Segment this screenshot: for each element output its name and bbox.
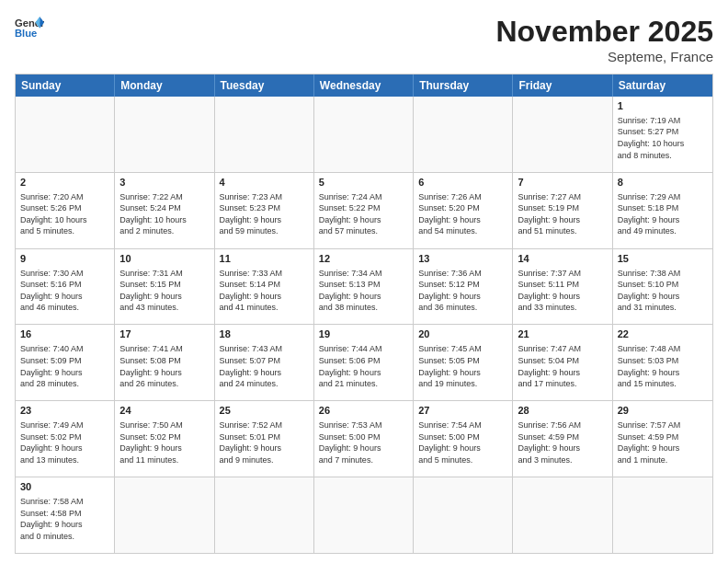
- calendar-cell: 21Sunrise: 7:47 AM Sunset: 5:04 PM Dayli…: [513, 325, 612, 400]
- calendar-cell: [215, 97, 314, 172]
- calendar-cell: 25Sunrise: 7:52 AM Sunset: 5:01 PM Dayli…: [215, 401, 314, 477]
- day-info: Sunrise: 7:50 AM Sunset: 5:02 PM Dayligh…: [119, 419, 209, 465]
- day-info: Sunrise: 7:36 AM Sunset: 5:12 PM Dayligh…: [418, 268, 507, 314]
- calendar-row-4: 23Sunrise: 7:49 AM Sunset: 5:02 PM Dayli…: [16, 400, 712, 477]
- calendar-cell: 3Sunrise: 7:22 AM Sunset: 5:24 PM Daylig…: [115, 173, 214, 248]
- day-number: 28: [518, 404, 607, 418]
- logo: General Blue: [15, 15, 44, 40]
- day-number: 11: [220, 252, 309, 266]
- calendar-cell: 19Sunrise: 7:44 AM Sunset: 5:06 PM Dayli…: [314, 325, 414, 400]
- day-info: Sunrise: 7:26 AM Sunset: 5:20 PM Dayligh…: [418, 191, 507, 237]
- calendar-cell: 5Sunrise: 7:24 AM Sunset: 5:22 PM Daylig…: [314, 173, 414, 248]
- day-info: Sunrise: 7:31 AM Sunset: 5:15 PM Dayligh…: [119, 268, 209, 314]
- calendar-cell: 8Sunrise: 7:29 AM Sunset: 5:18 PM Daylig…: [613, 173, 712, 248]
- day-info: Sunrise: 7:20 AM Sunset: 5:26 PM Dayligh…: [20, 191, 109, 237]
- day-info: Sunrise: 7:45 AM Sunset: 5:05 PM Dayligh…: [418, 343, 507, 389]
- calendar-cell: [513, 97, 612, 172]
- day-info: Sunrise: 7:22 AM Sunset: 5:24 PM Dayligh…: [119, 191, 209, 237]
- day-number: 23: [20, 404, 109, 418]
- day-number: 2: [20, 176, 109, 190]
- day-number: 26: [319, 404, 408, 418]
- calendar-header: Sunday Monday Tuesday Wednesday Thursday…: [16, 75, 712, 97]
- day-info: Sunrise: 7:48 AM Sunset: 5:03 PM Dayligh…: [618, 343, 708, 389]
- calendar-cell: 20Sunrise: 7:45 AM Sunset: 5:05 PM Dayli…: [414, 325, 513, 400]
- day-number: 1: [618, 99, 708, 113]
- calendar-cell: [314, 477, 414, 553]
- day-info: Sunrise: 7:49 AM Sunset: 5:02 PM Dayligh…: [20, 419, 109, 465]
- day-number: 13: [418, 252, 507, 266]
- svg-text:Blue: Blue: [15, 28, 37, 39]
- header-thursday: Thursday: [414, 75, 513, 97]
- day-number: 14: [518, 252, 607, 266]
- day-info: Sunrise: 7:52 AM Sunset: 5:01 PM Dayligh…: [220, 419, 309, 465]
- calendar-cell: [314, 97, 414, 172]
- day-number: 21: [518, 327, 607, 341]
- day-info: Sunrise: 7:37 AM Sunset: 5:11 PM Dayligh…: [518, 268, 607, 314]
- day-info: Sunrise: 7:56 AM Sunset: 4:59 PM Dayligh…: [518, 419, 607, 465]
- calendar-cell: 24Sunrise: 7:50 AM Sunset: 5:02 PM Dayli…: [115, 401, 214, 477]
- calendar-cell: 23Sunrise: 7:49 AM Sunset: 5:02 PM Dayli…: [16, 401, 115, 477]
- day-number: 20: [418, 327, 507, 341]
- day-number: 27: [418, 404, 507, 418]
- calendar-cell: 12Sunrise: 7:34 AM Sunset: 5:13 PM Dayli…: [314, 249, 414, 325]
- calendar-cell: 18Sunrise: 7:43 AM Sunset: 5:07 PM Dayli…: [215, 325, 314, 400]
- calendar-cell: [115, 477, 214, 553]
- calendar-cell: [414, 97, 513, 172]
- day-number: 29: [618, 404, 708, 418]
- calendar-cell: [215, 477, 314, 553]
- header-sunday: Sunday: [16, 75, 115, 97]
- day-info: Sunrise: 7:38 AM Sunset: 5:10 PM Dayligh…: [618, 268, 708, 314]
- calendar-row-0: 1Sunrise: 7:19 AM Sunset: 5:27 PM Daylig…: [16, 97, 712, 172]
- day-number: 16: [20, 327, 109, 341]
- day-info: Sunrise: 7:40 AM Sunset: 5:09 PM Dayligh…: [20, 343, 109, 389]
- day-info: Sunrise: 7:43 AM Sunset: 5:07 PM Dayligh…: [220, 343, 309, 389]
- day-number: 5: [319, 176, 408, 190]
- day-info: Sunrise: 7:33 AM Sunset: 5:14 PM Dayligh…: [220, 268, 309, 314]
- calendar-cell: 16Sunrise: 7:40 AM Sunset: 5:09 PM Dayli…: [16, 325, 115, 400]
- day-info: Sunrise: 7:53 AM Sunset: 5:00 PM Dayligh…: [319, 419, 408, 465]
- day-info: Sunrise: 7:34 AM Sunset: 5:13 PM Dayligh…: [319, 268, 408, 314]
- calendar-cell: 30Sunrise: 7:58 AM Sunset: 4:58 PM Dayli…: [16, 477, 115, 553]
- calendar-cell: 1Sunrise: 7:19 AM Sunset: 5:27 PM Daylig…: [613, 97, 712, 172]
- calendar-row-3: 16Sunrise: 7:40 AM Sunset: 5:09 PM Dayli…: [16, 324, 712, 400]
- calendar-cell: 28Sunrise: 7:56 AM Sunset: 4:59 PM Dayli…: [513, 401, 612, 477]
- day-number: 24: [119, 404, 209, 418]
- day-number: 19: [319, 327, 408, 341]
- calendar-cell: 15Sunrise: 7:38 AM Sunset: 5:10 PM Dayli…: [613, 249, 712, 325]
- calendar-cell: 29Sunrise: 7:57 AM Sunset: 4:59 PM Dayli…: [613, 401, 712, 477]
- day-info: Sunrise: 7:19 AM Sunset: 5:27 PM Dayligh…: [618, 115, 708, 161]
- header-tuesday: Tuesday: [215, 75, 314, 97]
- calendar-row-1: 2Sunrise: 7:20 AM Sunset: 5:26 PM Daylig…: [16, 172, 712, 248]
- header-wednesday: Wednesday: [314, 75, 414, 97]
- header-saturday: Saturday: [613, 75, 712, 97]
- calendar-cell: [414, 477, 513, 553]
- day-number: 8: [618, 176, 708, 190]
- day-number: 7: [518, 176, 607, 190]
- day-number: 10: [119, 252, 209, 266]
- calendar: Sunday Monday Tuesday Wednesday Thursday…: [15, 74, 713, 554]
- day-info: Sunrise: 7:27 AM Sunset: 5:19 PM Dayligh…: [518, 191, 607, 237]
- calendar-cell: 4Sunrise: 7:23 AM Sunset: 5:23 PM Daylig…: [215, 173, 314, 248]
- calendar-row-5: 30Sunrise: 7:58 AM Sunset: 4:58 PM Dayli…: [16, 477, 712, 553]
- day-info: Sunrise: 7:23 AM Sunset: 5:23 PM Dayligh…: [220, 191, 309, 237]
- calendar-cell: 11Sunrise: 7:33 AM Sunset: 5:14 PM Dayli…: [215, 249, 314, 325]
- day-number: 6: [418, 176, 507, 190]
- calendar-cell: 10Sunrise: 7:31 AM Sunset: 5:15 PM Dayli…: [115, 249, 214, 325]
- day-number: 4: [220, 176, 309, 190]
- calendar-cell: 14Sunrise: 7:37 AM Sunset: 5:11 PM Dayli…: [513, 249, 612, 325]
- page: General Blue November 2025 Septeme, Fran…: [0, 0, 728, 563]
- day-info: Sunrise: 7:58 AM Sunset: 4:58 PM Dayligh…: [20, 496, 109, 542]
- day-number: 30: [20, 480, 109, 494]
- location: Septeme, France: [495, 49, 713, 64]
- month-title: November 2025: [495, 15, 713, 49]
- day-info: Sunrise: 7:29 AM Sunset: 5:18 PM Dayligh…: [618, 191, 708, 237]
- logo-icon: General Blue: [15, 15, 44, 40]
- calendar-cell: [115, 97, 214, 172]
- calendar-cell: 22Sunrise: 7:48 AM Sunset: 5:03 PM Dayli…: [613, 325, 712, 400]
- calendar-cell: 26Sunrise: 7:53 AM Sunset: 5:00 PM Dayli…: [314, 401, 414, 477]
- calendar-row-2: 9Sunrise: 7:30 AM Sunset: 5:16 PM Daylig…: [16, 248, 712, 325]
- calendar-cell: [613, 477, 712, 553]
- calendar-cell: 13Sunrise: 7:36 AM Sunset: 5:12 PM Dayli…: [414, 249, 513, 325]
- day-info: Sunrise: 7:44 AM Sunset: 5:06 PM Dayligh…: [319, 343, 408, 389]
- day-number: 12: [319, 252, 408, 266]
